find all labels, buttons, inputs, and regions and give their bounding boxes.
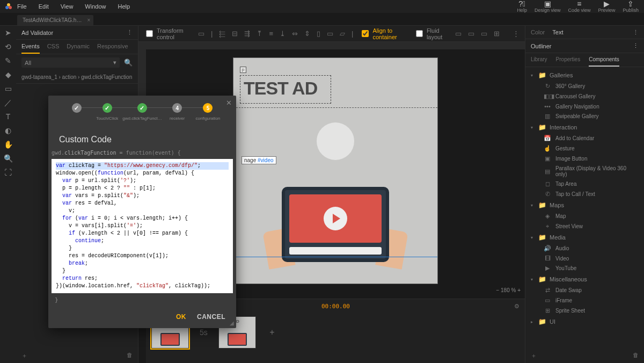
step-config[interactable]: 5configuration xyxy=(193,103,223,121)
line-tool-icon[interactable]: ／ xyxy=(3,98,13,107)
tab-dynamic[interactable]: Dynamic xyxy=(67,43,90,54)
tb-icon[interactable]: ▱ xyxy=(340,30,345,38)
tree-section-misc[interactable]: ▾📁Miscellaneous xyxy=(525,273,644,285)
component-add-to-calendar[interactable]: 📅Add to Calendar xyxy=(525,133,644,143)
events-filter-select[interactable]: All▾ xyxy=(21,57,120,68)
menu-file[interactable]: File xyxy=(17,3,27,10)
tb-icon[interactable]: ▭ xyxy=(468,30,474,38)
component-audio[interactable]: 🔊Audio xyxy=(525,243,644,253)
dist-v-icon[interactable]: ⇕ xyxy=(304,30,310,38)
align-to-container-check[interactable]: Align to container xyxy=(360,27,407,40)
component-image-button[interactable]: ▣Image Button xyxy=(525,154,644,164)
transition-time[interactable]: 5s xyxy=(200,328,208,337)
menu-view[interactable]: View xyxy=(61,3,74,10)
component-360-gallery[interactable]: ↻360° Gallery xyxy=(525,81,644,91)
tab-components[interactable]: Components xyxy=(589,56,619,67)
resize-grip-icon[interactable]: ◢ xyxy=(230,320,234,326)
step-action[interactable]: gwd.clickTagFunct… xyxy=(122,103,162,121)
add-component-icon[interactable]: ＋ xyxy=(531,352,537,360)
publish-button[interactable]: ⇪Publish xyxy=(623,0,639,13)
component-carousel-gallery[interactable]: ◧◨Carousel Gallery xyxy=(525,91,644,101)
code-view-button[interactable]: ≡Code view xyxy=(568,0,590,13)
component-parallax[interactable]: ▤Parallax (Display & Video 360 only) xyxy=(525,164,644,179)
tree-section-ui[interactable]: ▸📁UI xyxy=(525,316,644,328)
fill-tool-icon[interactable]: ◐ xyxy=(3,126,13,135)
cancel-button[interactable]: CANCEL xyxy=(197,313,225,321)
ad-canvas[interactable]: p TEST AD nage #video xyxy=(233,58,437,284)
more-icon[interactable]: ⋮ xyxy=(633,29,639,39)
tb-icon[interactable]: ▭ xyxy=(198,30,204,38)
menu-edit[interactable]: Edit xyxy=(39,3,49,10)
zoom-control[interactable]: − 180 % + xyxy=(496,287,521,293)
align-bottom-icon[interactable]: ⤓ xyxy=(280,30,286,38)
fluid-layout-check[interactable]: Fluid layout xyxy=(414,27,449,40)
menu-window[interactable]: Window xyxy=(85,3,106,10)
component-gallery-navigation[interactable]: •••Gallery Navigation xyxy=(525,101,644,111)
transform-control-check[interactable]: Transform control xyxy=(144,27,192,40)
headline-element[interactable]: TEST AD xyxy=(240,75,331,104)
tab-text[interactable]: Text xyxy=(552,29,563,39)
file-tab[interactable]: TestAdWithClickTAG.h… × xyxy=(17,15,93,25)
text-tool-icon[interactable]: T xyxy=(3,112,13,121)
help-button[interactable]: ?⃝Help xyxy=(517,0,527,13)
dist-h-icon[interactable]: ⇔ xyxy=(292,30,298,38)
code-editor[interactable]: var clickTag = "https://www.genecy.com/d… xyxy=(52,159,233,293)
align-middle-icon[interactable]: ≡ xyxy=(269,30,273,38)
3d-rotate-tool-icon[interactable]: ⟲ xyxy=(3,42,13,52)
align-left-icon[interactable]: ⬱ xyxy=(219,30,225,38)
ad-validator-header[interactable]: Ad Validator⋮ xyxy=(16,26,138,40)
zoom-tool-icon[interactable]: 🔍 xyxy=(3,154,13,163)
tb-icon[interactable]: | xyxy=(211,30,213,38)
close-icon[interactable]: ✕ xyxy=(226,99,232,107)
search-icon[interactable]: 🔍 xyxy=(124,59,133,67)
tb-icon[interactable]: | xyxy=(352,30,353,38)
component-swipeable-gallery[interactable]: ▥Swipeable Gallery xyxy=(525,111,644,121)
more-icon[interactable]: ⋮ xyxy=(513,30,519,38)
tab-color[interactable]: Color xyxy=(531,29,545,39)
step-receiver[interactable]: 4receiver xyxy=(162,103,193,121)
ok-button[interactable]: OK xyxy=(176,313,186,321)
step-event[interactable]: Touch/Click xyxy=(92,103,122,121)
add-page-button[interactable]: + xyxy=(267,327,277,338)
component-tap-to-call[interactable]: ✆Tap to Call / Text xyxy=(525,189,644,199)
component-video[interactable]: 🎞Video xyxy=(525,253,644,263)
tb-icon[interactable]: ▭ xyxy=(327,30,333,38)
outliner-header[interactable]: Outliner⋮ xyxy=(525,39,644,53)
shape-tool-icon[interactable]: ◆ xyxy=(3,70,13,79)
preview-button[interactable]: ▶Preview xyxy=(598,0,615,13)
hand-tool-icon[interactable]: ✋ xyxy=(3,140,13,149)
crop-tool-icon[interactable]: ⛶ xyxy=(3,168,13,177)
design-view-button[interactable]: ▣Design view xyxy=(535,0,561,13)
align-center-icon[interactable]: ⊟ xyxy=(232,30,238,38)
component-gesture[interactable]: ☝Gesture xyxy=(525,143,644,154)
tb-icon[interactable]: ▭ xyxy=(481,30,487,38)
element-handle[interactable]: p xyxy=(240,67,246,73)
close-icon[interactable]: × xyxy=(87,17,91,23)
align-right-icon[interactable]: ⇶ xyxy=(244,30,250,38)
tree-section-interaction[interactable]: ▾📁Interaction xyxy=(525,121,644,133)
add-event-icon[interactable]: ＋ xyxy=(21,352,27,360)
component-sprite-sheet[interactable]: ⊞Sprite Sheet xyxy=(525,306,644,316)
tab-properties[interactable]: Properties xyxy=(556,56,581,67)
component-date-swap[interactable]: ⇄Date Swap xyxy=(525,285,644,295)
tree-section-media[interactable]: ▾📁Media xyxy=(525,231,644,243)
more-icon[interactable]: ⋮ xyxy=(127,29,133,36)
tab-responsive[interactable]: Responsive xyxy=(97,43,128,54)
align-top-icon[interactable]: ⤒ xyxy=(257,30,262,38)
step-target[interactable] xyxy=(61,103,92,116)
component-street-view[interactable]: ⌖Street View xyxy=(525,221,644,231)
tb-icon[interactable]: ▯ xyxy=(317,30,320,38)
tb-icon[interactable]: ▭ xyxy=(455,30,462,38)
select-tool-icon[interactable]: ➤ xyxy=(3,28,13,38)
tree-section-maps[interactable]: ▾📁Maps xyxy=(525,199,644,211)
timeline-settings-icon[interactable]: ⚙ xyxy=(514,303,519,310)
video-tag-label[interactable]: nage #video xyxy=(241,156,276,164)
more-icon[interactable]: ⋮ xyxy=(633,42,639,49)
delete-event-icon[interactable]: 🗑 xyxy=(127,352,133,360)
component-iframe[interactable]: ▭iFrame xyxy=(525,295,644,306)
tab-library[interactable]: Library xyxy=(531,56,547,67)
event-row[interactable]: gwd-taparea_1 › action › gwd.clickTagFun… xyxy=(16,71,138,84)
pen-tool-icon[interactable]: ✎ xyxy=(3,56,13,66)
menu-help[interactable]: Help xyxy=(118,3,130,10)
tab-css[interactable]: CSS xyxy=(47,43,60,54)
